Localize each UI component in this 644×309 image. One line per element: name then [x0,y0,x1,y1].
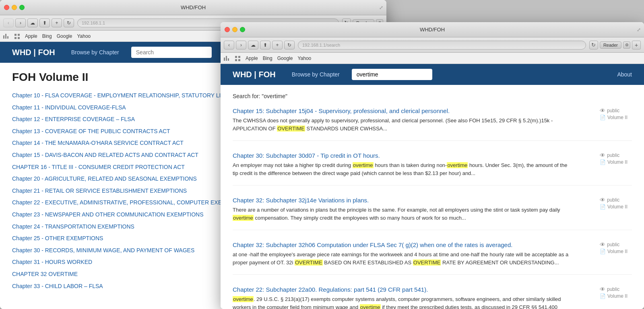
reader-button-2[interactable]: Reader [600,41,621,49]
browser-window-2: WHD/FOH ⤢ ‹ › ☁ ⬆ + ↻ 192.168.1.1/search… [221,22,644,309]
minimize-button-2[interactable] [232,27,237,32]
cloud-button-1[interactable]: ☁ [27,19,38,27]
result-snippet-0: The CWHSSA does not generally apply to s… [233,117,571,132]
new-tab-button-2[interactable]: + [632,41,641,49]
close-button-2[interactable] [225,27,230,32]
bookmark-apple-2[interactable]: Apple [246,56,258,61]
result-vol-1: 📄 Volume II [600,159,632,165]
bookmark-google-1[interactable]: Google [57,33,72,39]
result-vol-4: 📄 Volume II [600,293,632,299]
site-logo-1: WHD | FOH [12,48,55,57]
cloud-button-2[interactable]: ☁ [248,41,258,49]
content-area-2: Search for: "overtime" 👁 public 📄 Volume… [221,85,644,309]
title-bar-1: WHD/FOH ⤢ [0,0,386,15]
bookmarks-icon-1[interactable] [3,33,10,39]
doc-icon-0: 📄 [600,115,606,120]
public-label-0: public [607,108,619,113]
result-item-4: 👁 public 📄 Volume II Chapter 22: Subchap… [233,286,632,309]
window-title-2: WHD/FOH [420,27,445,33]
highlight-3a: OVERTIME [295,260,323,266]
result-item-1: 👁 public 📄 Volume II Chapter 30: Subchap… [233,152,632,185]
refresh-button-icon-1[interactable]: ↻ [64,19,74,27]
vol-label-1: Volume II [607,159,627,165]
highlight-0: OVERTIME [277,126,305,132]
address-text-2: 192.168.1.1/search [302,43,340,47]
result-public-4: 👁 public [600,286,632,293]
bookmark-bing-2[interactable]: Bing [263,56,272,61]
nav-bar-2: ‹ › ☁ ⬆ + ↻ 192.168.1.1/search ↻ Reader … [221,37,644,53]
reload-button-2[interactable]: ↻ [589,41,598,49]
result-meta-4: 👁 public 📄 Volume II [600,286,632,299]
maximize-button-1[interactable] [19,5,25,10]
result-meta-3: 👁 public 📄 Volume II [600,241,632,254]
result-public-3: 👁 public [600,241,632,248]
about-link[interactable]: About [617,71,632,78]
bookmark-yahoo-1[interactable]: Yahoo [77,33,91,39]
result-snippet-2: There are a number of variations in plan… [233,206,571,222]
public-label-4: public [607,286,619,292]
result-title-1[interactable]: Chapter 30: Subchapter 30d07 - Tip credi… [233,152,632,159]
eye-icon-1: 👁 [600,152,605,159]
settings-icon-2[interactable]: ⚙ [623,41,630,49]
public-label-2: public [607,197,619,203]
eye-icon-0: 👁 [600,107,605,114]
bookmark-google-2[interactable]: Google [277,56,293,61]
forward-button-2[interactable]: › [236,41,246,49]
result-public-1: 👁 public [600,152,632,159]
result-meta-1: 👁 public 📄 Volume II [600,152,632,165]
doc-icon-2: 📄 [600,204,606,210]
result-public-2: 👁 public [600,197,632,203]
search-query-label: Search for: "overtime" [233,93,632,99]
new-tab-small-1[interactable]: + [52,19,62,27]
grid-icon-2[interactable] [235,56,241,61]
eye-icon-3: 👁 [600,241,605,248]
traffic-lights-1[interactable] [4,5,25,10]
back-button-1[interactable]: ‹ [3,19,14,27]
result-item-3: 👁 public 📄 Volume II Chapter 32: Subchap… [233,241,632,275]
address-bar-2[interactable]: 192.168.1.1/search [298,41,586,49]
resize-icon-1: ⤢ [379,5,383,10]
vol-label-0: Volume II [607,115,627,120]
result-title-2[interactable]: Chapter 32: Subchapter 32j14e Variations… [233,197,632,204]
result-meta-0: 👁 public 📄 Volume II [600,107,632,120]
share-button-2[interactable]: ⬆ [260,41,270,49]
eye-icon-2: 👁 [600,197,605,203]
result-snippet-4: overtime. 29 U.S.C. § 213(a)(17) exempts… [233,295,571,309]
result-vol-2: 📄 Volume II [600,204,632,210]
result-vol-0: 📄 Volume II [600,115,632,120]
search-input-2[interactable] [352,69,432,80]
back-button-2[interactable]: ‹ [224,41,234,49]
minimize-button-1[interactable] [12,5,17,10]
result-title-4[interactable]: Chapter 22: Subchapter 22a00. Regulation… [233,286,632,293]
browse-by-chapter-link-1[interactable]: Browse by Chapter [71,49,119,56]
doc-icon-1: 📄 [600,159,606,165]
result-item-0: 👁 public 📄 Volume II Chapter 15: Subchap… [233,107,632,141]
result-meta-2: 👁 public 📄 Volume II [600,197,632,210]
public-label-3: public [607,242,619,247]
grid-icon-1[interactable] [14,33,20,39]
public-label-1: public [607,152,619,158]
bookmark-apple-1[interactable]: Apple [25,33,37,39]
site-nav-2: WHD | FOH Browse by Chapter About [221,64,644,85]
doc-icon-4: 📄 [600,293,606,299]
close-button-1[interactable] [4,5,9,10]
highlight-4b: overtime [360,304,381,309]
highlight-3b: OVERTIME [413,260,441,266]
traffic-lights-2[interactable] [225,27,245,32]
vol-label-2: Volume II [607,204,627,210]
bookmark-yahoo-2[interactable]: Yahoo [297,56,311,61]
vol-label-3: Volume II [607,249,627,254]
refresh-icon-2[interactable]: ↻ [284,41,295,49]
bookmark-bing-1[interactable]: Bing [42,33,52,39]
new-tab-small-2[interactable]: + [272,41,283,49]
forward-button-1[interactable]: › [15,19,26,27]
highlight-1a: overtime [353,162,374,168]
search-input-1[interactable] [131,47,212,58]
result-title-3[interactable]: Chapter 32: Subchapter 32h06 Computation… [233,241,632,248]
share-button-1[interactable]: ⬆ [39,19,50,27]
eye-icon-4: 👁 [600,286,605,293]
bookmarks-icon-2[interactable] [224,56,230,61]
maximize-button-2[interactable] [240,27,245,32]
result-title-0[interactable]: Chapter 15: Subchapter 15j04 - Superviso… [233,107,632,114]
browse-by-chapter-link-2[interactable]: Browse by Chapter [292,71,340,78]
